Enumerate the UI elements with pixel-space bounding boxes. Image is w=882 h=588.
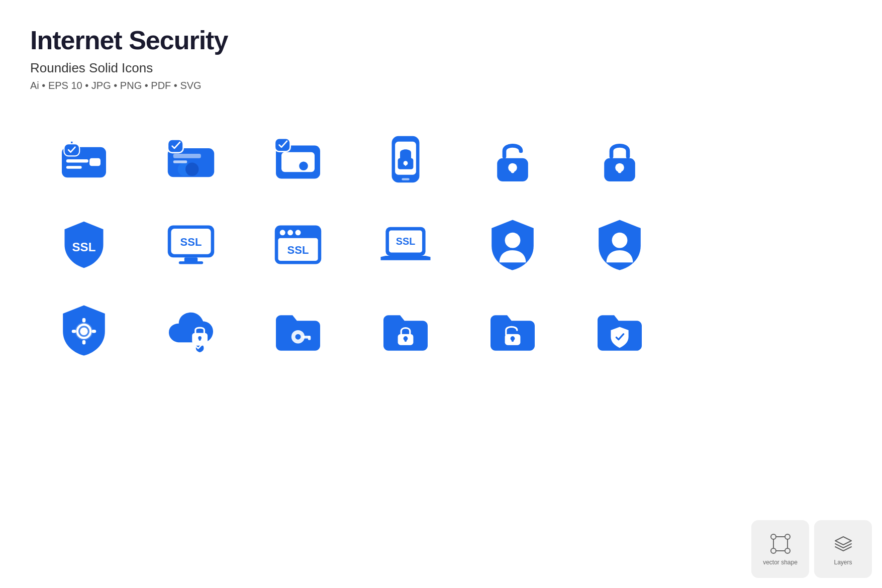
icon-shield-settings xyxy=(30,287,137,373)
svg-rect-8 xyxy=(173,154,201,158)
icon-lock xyxy=(566,117,673,202)
layers-button[interactable]: Layers xyxy=(814,520,872,578)
vector-shape-label: vector shape xyxy=(763,559,798,566)
svg-point-55 xyxy=(296,334,301,340)
svg-point-35 xyxy=(287,230,293,235)
svg-text:SSL: SSL xyxy=(180,236,202,248)
svg-rect-57 xyxy=(308,336,311,340)
svg-rect-12 xyxy=(281,152,315,172)
svg-rect-2 xyxy=(66,166,81,169)
svg-rect-31 xyxy=(179,261,203,264)
icon-ssl-shield: SSL xyxy=(30,202,137,287)
icon-folder-unlock xyxy=(459,287,566,373)
svg-text:SSL: SSL xyxy=(396,236,415,247)
icons-grid: SSL SSL SSL SSL xyxy=(0,102,704,388)
icon-unlock xyxy=(459,117,566,202)
svg-point-45 xyxy=(80,328,87,335)
icon-secure-id xyxy=(30,117,137,202)
main-title: Internet Security xyxy=(30,25,852,55)
svg-point-36 xyxy=(296,230,301,235)
svg-rect-23 xyxy=(511,168,515,173)
icon-folder-shield xyxy=(566,287,673,373)
svg-point-67 xyxy=(785,548,790,553)
svg-point-34 xyxy=(280,230,285,235)
svg-point-13 xyxy=(300,161,309,170)
header: Internet Security Roundies Solid Icons A… xyxy=(0,0,882,102)
icon-user-shield-2 xyxy=(566,202,673,287)
svg-rect-48 xyxy=(82,340,85,345)
svg-point-7 xyxy=(185,163,199,176)
layers-icon xyxy=(832,533,854,555)
svg-rect-47 xyxy=(82,318,85,323)
icon-secure-folder xyxy=(245,117,352,202)
svg-text:SSL: SSL xyxy=(287,244,309,256)
svg-point-42 xyxy=(505,233,521,248)
icon-folder-lock xyxy=(352,287,459,373)
layers-label: Layers xyxy=(834,559,852,566)
svg-rect-60 xyxy=(404,339,406,342)
icon-cloud-secure xyxy=(137,287,244,373)
svg-rect-50 xyxy=(91,330,96,333)
svg-rect-49 xyxy=(71,330,76,333)
svg-point-65 xyxy=(785,534,790,539)
svg-rect-9 xyxy=(173,160,187,163)
icon-mobile-security xyxy=(352,117,459,202)
subtitle: Roundies Solid Icons xyxy=(30,60,852,76)
formats: Ai • EPS 10 • JPG • PNG • PDF • SVG xyxy=(30,80,852,91)
icon-ssl-monitor: SSL xyxy=(137,202,244,287)
svg-rect-30 xyxy=(184,257,198,262)
icon-ssl-browser: SSL xyxy=(245,202,352,287)
svg-rect-1 xyxy=(66,159,88,163)
icon-user-shield-1 xyxy=(459,202,566,287)
icon-secure-payment xyxy=(137,117,244,202)
vector-shape-icon xyxy=(769,533,792,555)
svg-text:SSL: SSL xyxy=(72,240,95,254)
icon-folder-key xyxy=(245,287,352,373)
svg-rect-3 xyxy=(89,158,101,166)
svg-point-43 xyxy=(612,233,628,248)
svg-rect-26 xyxy=(618,168,622,173)
svg-rect-17 xyxy=(402,178,409,180)
vector-shape-button[interactable]: vector shape xyxy=(751,520,809,578)
svg-rect-53 xyxy=(199,338,201,341)
bottom-toolbar: vector shape Layers xyxy=(751,520,872,578)
icon-ssl-laptop: SSL xyxy=(352,202,459,287)
svg-rect-63 xyxy=(512,339,514,342)
svg-point-66 xyxy=(771,548,776,553)
svg-point-64 xyxy=(771,534,776,539)
svg-rect-20 xyxy=(405,163,406,166)
